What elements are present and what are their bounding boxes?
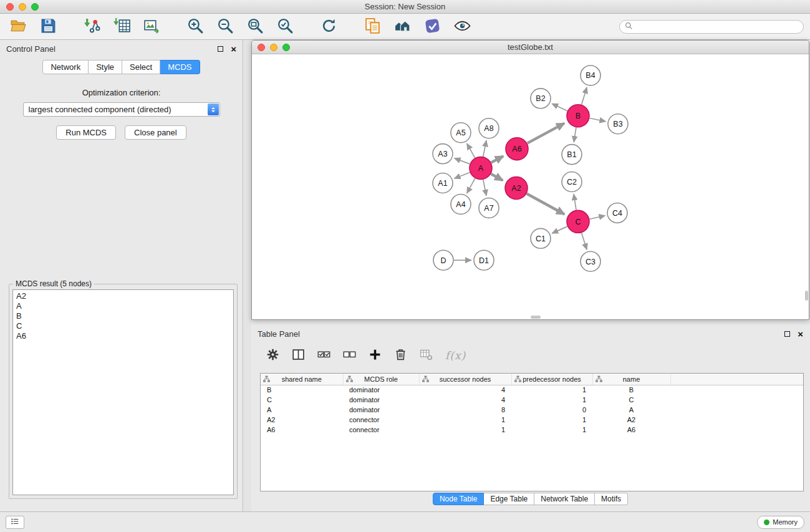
import-table-button[interactable] <box>110 17 133 37</box>
run-mcds-button[interactable]: Run MCDS <box>56 125 116 140</box>
tab-motifs[interactable]: Motifs <box>595 493 628 505</box>
network-minimize-button[interactable] <box>270 44 277 51</box>
table-row[interactable]: Cdominator41C <box>261 395 803 405</box>
edge-A-A8[interactable] <box>483 140 486 157</box>
cell-MCDS-role[interactable]: connector <box>343 425 419 435</box>
cell-name[interactable]: A <box>592 405 670 415</box>
panel-splitter[interactable] <box>244 40 251 511</box>
close-panel-button[interactable]: Close panel <box>125 125 186 140</box>
mcds-result-item[interactable]: A2 <box>16 291 230 301</box>
settings-button[interactable] <box>266 347 279 364</box>
edge-C-C2[interactable] <box>574 194 576 210</box>
edge-B-B3[interactable] <box>590 118 606 122</box>
task-history-button[interactable] <box>6 516 24 529</box>
tab-mcds[interactable]: MCDS <box>160 60 200 74</box>
vertical-scrollbar-thumb[interactable] <box>805 291 808 301</box>
network-canvas[interactable]: B4B2BB3A5A8A6B1A3AC2A1A2A4A7C4CC1DD1C3 <box>252 54 809 319</box>
criterion-dropdown[interactable]: largest connected component (directed) <box>23 102 220 117</box>
cell-successor-nodes[interactable]: 8 <box>419 405 511 415</box>
zoom-fit-button[interactable] <box>243 17 267 37</box>
tab-edge-table[interactable]: Edge Table <box>484 493 534 505</box>
table-row[interactable]: Bdominator41B <box>261 385 803 395</box>
mcds-result-item[interactable]: A <box>16 301 230 311</box>
cell-MCDS-role[interactable]: dominator <box>343 405 419 415</box>
mcds-result-list[interactable]: A2ABCA6 <box>12 289 234 495</box>
column-header-name[interactable]: name <box>592 374 670 385</box>
cell-predecessor-nodes[interactable]: 1 <box>511 425 592 435</box>
edge-B-B2[interactable] <box>552 104 567 110</box>
cell-shared-name[interactable]: A2 <box>261 415 343 425</box>
edge-A-A1[interactable] <box>455 173 470 179</box>
table-row[interactable]: Adominator80A <box>261 405 803 415</box>
zoom-in-button[interactable] <box>183 17 207 37</box>
select-all-button[interactable] <box>317 347 330 364</box>
tab-select[interactable]: Select <box>122 60 160 74</box>
show-hide-button[interactable] <box>450 17 474 37</box>
table-row[interactable]: A2connector11A2 <box>261 415 803 425</box>
save-button[interactable] <box>36 17 60 37</box>
edge-A2-C[interactable] <box>527 194 564 215</box>
horizontal-scrollbar-thumb[interactable] <box>531 316 541 319</box>
mcds-result-item[interactable]: A6 <box>16 331 230 341</box>
cell-MCDS-role[interactable]: connector <box>343 415 419 425</box>
tab-style[interactable]: Style <box>89 60 122 74</box>
cell-name[interactable]: C <box>592 395 670 405</box>
copy-view-button[interactable] <box>360 17 384 37</box>
refresh-button[interactable] <box>317 17 340 37</box>
cell-shared-name[interactable]: A6 <box>261 425 343 435</box>
cell-name[interactable]: A6 <box>592 425 670 435</box>
cell-predecessor-nodes[interactable]: 1 <box>511 385 592 395</box>
cell-MCDS-role[interactable]: dominator <box>343 385 419 395</box>
cell-MCDS-role[interactable]: dominator <box>343 395 419 405</box>
cell-name[interactable]: B <box>592 385 670 395</box>
column-header-predecessor-nodes[interactable]: predecessor nodes <box>511 374 592 385</box>
cell-shared-name[interactable]: B <box>261 385 343 395</box>
table-panel-close-icon[interactable]: × <box>798 329 803 339</box>
cell-predecessor-nodes[interactable]: 1 <box>511 395 592 405</box>
control-panel-close-icon[interactable]: × <box>231 44 236 54</box>
tab-node-table[interactable]: Node Table <box>433 493 485 505</box>
cell-shared-name[interactable]: C <box>261 395 343 405</box>
column-header-shared-name[interactable]: shared name <box>261 374 343 385</box>
cell-name[interactable]: A2 <box>592 415 670 425</box>
table-panel-float-icon[interactable] <box>784 331 790 337</box>
column-header-successor-nodes[interactable]: successor nodes <box>419 374 511 385</box>
import-network-button[interactable] <box>80 17 104 37</box>
network-close-button[interactable] <box>258 44 265 51</box>
home-button[interactable] <box>390 17 414 37</box>
delete-row-button[interactable] <box>394 347 407 364</box>
edge-C-C1[interactable] <box>552 226 567 233</box>
deselect-all-button[interactable] <box>343 347 356 364</box>
tab-network[interactable]: Network <box>42 60 89 74</box>
network-graph[interactable]: B4B2BB3A5A8A6B1A3AC2A1A2A4A7C4CC1DD1C3 <box>252 54 809 319</box>
cell-predecessor-nodes[interactable]: 1 <box>511 415 592 425</box>
open-button[interactable] <box>6 17 30 37</box>
columns-button[interactable] <box>292 347 305 364</box>
search-field[interactable] <box>619 20 804 34</box>
search-input[interactable] <box>636 22 798 31</box>
cell-predecessor-nodes[interactable]: 0 <box>511 405 592 415</box>
edge-A-A3[interactable] <box>455 158 470 164</box>
zoom-selected-button[interactable] <box>273 17 297 37</box>
cell-shared-name[interactable]: A <box>261 405 343 415</box>
cell-successor-nodes[interactable]: 1 <box>419 415 511 425</box>
zoom-out-button[interactable] <box>213 17 237 37</box>
apply-style-button[interactable] <box>420 17 444 37</box>
mcds-result-item[interactable]: C <box>16 321 230 331</box>
tab-network-table[interactable]: Network Table <box>534 493 595 505</box>
edge-A-A7[interactable] <box>483 180 486 196</box>
edge-C-C3[interactable] <box>582 233 587 249</box>
edge-B-B4[interactable] <box>582 87 587 105</box>
add-row-button[interactable] <box>369 347 382 364</box>
control-panel-float-icon[interactable] <box>218 46 223 52</box>
edge-A-A5[interactable] <box>467 143 475 158</box>
memory-button[interactable]: Memory <box>757 516 804 529</box>
edge-C-C4[interactable] <box>590 216 605 220</box>
network-zoom-button[interactable] <box>282 44 290 51</box>
edge-A6-B[interactable] <box>528 123 564 143</box>
export-image-button[interactable] <box>140 17 163 37</box>
edge-A-A6[interactable] <box>491 156 503 162</box>
cell-successor-nodes[interactable]: 1 <box>419 425 511 435</box>
table-row[interactable]: A6connector11A6 <box>261 425 803 435</box>
cell-successor-nodes[interactable]: 4 <box>419 395 511 405</box>
